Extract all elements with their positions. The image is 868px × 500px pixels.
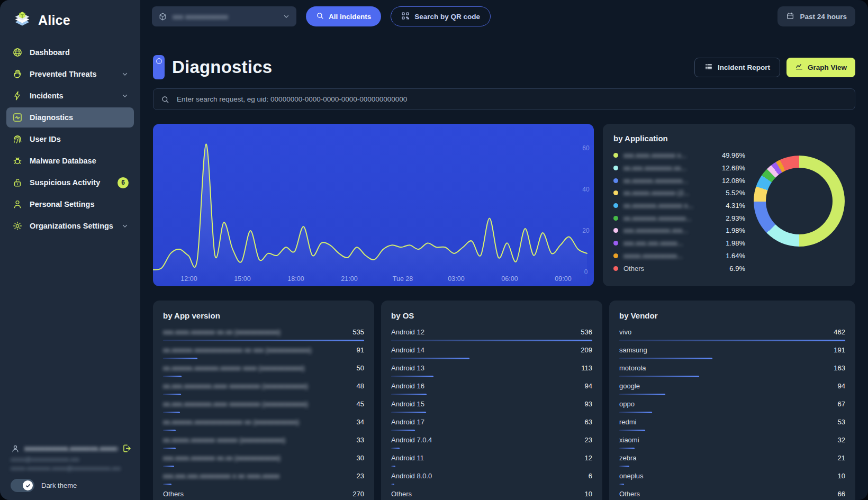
row-label: Android 15 (391, 400, 424, 408)
row-bar (163, 448, 176, 449)
legend-label-redacted: xx.xxx.xxxxxxxx.xx... (623, 164, 686, 172)
chevron-down-icon (121, 70, 129, 78)
row-value: 23 (585, 436, 592, 444)
row-label: google (619, 382, 640, 390)
by-app-version-card: by App versionxxx.xxxx.xxxxxxx xx.xx (xx… (153, 301, 374, 500)
application-filter-select[interactable]: xxx xxxxxxxxxxxx (152, 6, 296, 26)
list-row: Android 1593 (391, 400, 592, 413)
row-value: 270 (352, 490, 364, 498)
sidebar-item-dashboard[interactable]: Dashboard (6, 42, 134, 62)
sidebar-item-incidents[interactable]: Incidents (6, 86, 134, 106)
sidebar-item-suspicious-activity[interactable]: Suspicious Activity6 (6, 172, 134, 193)
row-bar (391, 466, 395, 467)
bug-icon (12, 155, 23, 167)
list-row: xxx.xxxx.xxxxxxx xx.xx (xxxxxxxxxxxx)535 (163, 328, 364, 341)
legend-item: xx.xxxxxxx.xxxxxxxx...2.93% (613, 212, 745, 224)
row-label-redacted: xxx.xxx.xxx.xxxxxxxxx x xx xxxx.xxxxx (163, 472, 279, 480)
sidebar-nav: DashboardPrevented ThreatsIncidentsDiagn… (0, 42, 140, 236)
sidebar-item-malware-database[interactable]: Malware Database (6, 151, 134, 171)
row-bar (619, 394, 665, 395)
list-row: Android 1763 (391, 418, 592, 431)
row-value: 93 (585, 400, 592, 408)
legend-percent: 49.96% (722, 151, 745, 159)
chevron-down-icon (121, 92, 129, 99)
row-label: Others (391, 490, 412, 498)
sidebar-item-diagnostics[interactable]: Diagnostics (6, 107, 134, 128)
row-value: 163 (834, 364, 845, 372)
card-title: by App version (163, 311, 364, 320)
sidebar-item-prevented-threats[interactable]: Prevented Threats (6, 64, 134, 84)
logout-icon[interactable] (122, 443, 132, 453)
row-label-redacted: xx.xxxxx.xxxxxxx xxxxxx (xxxxxxxxxxxx) (163, 436, 285, 444)
all-incidents-label: All incidents (329, 13, 371, 21)
search-by-qr-button[interactable]: Search by QR code (391, 6, 491, 26)
hand-icon (12, 68, 23, 80)
row-value: 50 (357, 364, 364, 372)
list-row: Android 1112 (391, 454, 592, 467)
sidebar-item-organizations-settings[interactable]: Organizations Settings (6, 216, 134, 236)
fingerprint-icon (12, 133, 23, 145)
user-email-redacted: xxxxx@xxxxxxxxxxxxx.xxx (11, 456, 132, 462)
row-value: 45 (357, 400, 364, 408)
row-bar (163, 340, 364, 341)
svg-text:21:00: 21:00 (341, 275, 357, 283)
row-value: 209 (581, 346, 592, 354)
legend-item: Others6.9% (613, 262, 745, 275)
all-incidents-button[interactable]: All incidents (306, 6, 381, 26)
app-window: Alice DashboardPrevented ThreatsIncident… (0, 0, 868, 500)
by-os-card: by OSAndroid 12536Android 14209Android 1… (381, 301, 602, 500)
row-label: samsung (619, 346, 647, 354)
content: Diagnostics Incident Report Graph View (140, 33, 868, 500)
row-value: 462 (834, 328, 845, 336)
dark-theme-toggle[interactable] (11, 479, 34, 492)
sidebar-item-user-ids[interactable]: User IDs (6, 129, 134, 149)
row-label: Android 17 (391, 418, 424, 426)
legend-percent: 1.64% (726, 252, 745, 260)
list-row: xx.xxxxx.xxxxxxx xxxxxx (xxxxxxxxxxxx)33 (163, 436, 364, 449)
row-value: 94 (838, 382, 845, 390)
row-label: xiaomi (619, 436, 639, 444)
page-title: Diagnostics (172, 57, 272, 77)
row-label: Android 8.0.0 (391, 472, 432, 480)
graph-view-label: Graph View (808, 63, 847, 71)
sidebar: Alice DashboardPrevented ThreatsIncident… (0, 0, 140, 500)
row-value: 23 (357, 472, 364, 480)
legend-color-dot (613, 228, 618, 233)
row-label-redacted: xx.xxxxxx.xxxxxxxxxxxxxx xx xxx (xxxxxxx… (163, 346, 311, 354)
row-label: Others (163, 490, 184, 498)
list-row: xx.xxx.xxxxxxxx.xxxx xxxxxxxxx (xxxxxxxx… (163, 382, 364, 395)
breakdown-cards-row: by App versionxxx.xxxx.xxxxxxx xx.xx (xx… (153, 301, 855, 500)
row-bar (619, 376, 699, 377)
gear-icon (12, 220, 23, 232)
legend-item: xx.xxxxxxx.xxxxxxx x...4.31% (613, 199, 745, 212)
row-value: 535 (352, 328, 364, 336)
list-row: motorola163 (619, 364, 845, 377)
row-label: Android 7.0.4 (391, 436, 432, 444)
row-label-redacted: xx.xxx.xxxxxxxx.xxxx xxxxxxxxx (xxxxxxxx… (163, 382, 308, 390)
row-bar (391, 394, 427, 395)
row-value: 191 (834, 346, 845, 354)
chevron-down-icon (121, 222, 129, 230)
svg-text:18:00: 18:00 (287, 275, 304, 283)
list-row: oneplus10 (619, 472, 845, 485)
row-bar (163, 430, 176, 431)
legend-percent: 4.31% (726, 202, 745, 210)
search-input[interactable] (176, 95, 847, 104)
search-icon (316, 12, 324, 21)
graph-view-button[interactable]: Graph View (786, 58, 855, 77)
list-row: Android 13113 (391, 364, 592, 377)
time-range-button[interactable]: Past 24 hours (777, 6, 855, 26)
row-value: 48 (357, 382, 364, 390)
incident-report-button[interactable]: Incident Report (694, 58, 780, 77)
search-icon (161, 95, 169, 104)
user-block: xxxxxxxxxxx.xxxxxxx.xxxxxx... xxxxx@xxxx… (11, 443, 132, 471)
row-value: 113 (581, 364, 592, 372)
globe-icon (12, 47, 23, 58)
sidebar-item-label: Personal Settings (30, 200, 129, 208)
row-bar (619, 448, 635, 449)
sidebar-item-personal-settings[interactable]: Personal Settings (6, 194, 134, 214)
row-value: 536 (581, 328, 592, 336)
legend-label-redacted: xxx.xxx.xxx.xxxxx... (623, 239, 683, 247)
row-label: redmi (619, 418, 637, 426)
row-value: 6 (589, 472, 592, 480)
